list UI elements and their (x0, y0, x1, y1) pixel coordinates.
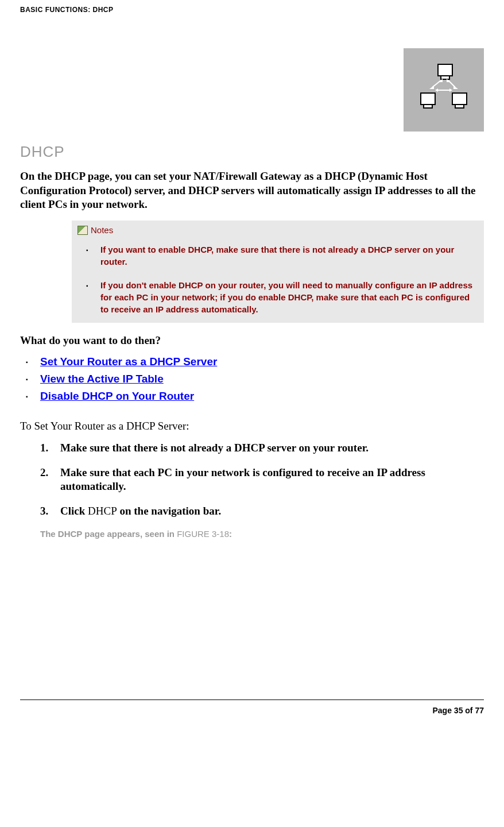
section-title: DHCP (20, 143, 484, 161)
network-diagram-image (404, 48, 484, 132)
network-icon (415, 61, 472, 119)
page-footer: Page 35 of 77 (20, 700, 484, 715)
svg-marker-14 (449, 88, 452, 92)
svg-rect-3 (424, 105, 432, 108)
step-item: Click DHCP on the navigation bar. (40, 504, 484, 519)
note-item: If you want to enable DHCP, make sure th… (86, 244, 475, 268)
question-text: What do you want to do then? (20, 334, 484, 347)
svg-rect-2 (421, 93, 435, 105)
link-disable-dhcp[interactable]: Disable DHCP on Your Router (40, 390, 194, 402)
step-item: Make sure that there is not already a DH… (40, 441, 484, 455)
notes-icon (77, 226, 88, 235)
svg-rect-4 (452, 93, 467, 105)
intro-paragraph: On the DHCP page, you can set your NAT/F… (20, 169, 484, 212)
link-set-dhcp-server[interactable]: Set Your Router as a DHCP Server (40, 355, 217, 368)
svg-rect-5 (455, 105, 464, 108)
list-item: Disable DHCP on Your Router (20, 390, 484, 403)
svg-rect-0 (438, 64, 452, 76)
svg-marker-13 (435, 88, 438, 92)
link-view-ip-table[interactable]: View the Active IP Table (40, 373, 164, 385)
list-item: View the Active IP Table (20, 373, 484, 385)
list-item: Set Your Router as a DHCP Server (20, 355, 484, 368)
notes-box: Notes If you want to enable DHCP, make s… (72, 221, 484, 323)
notes-label: Notes (91, 225, 113, 235)
breadcrumb: BASIC FUNCTIONS: DHCP (20, 6, 484, 14)
figure-note: The DHCP page appears, seen in FIGURE 3-… (40, 529, 484, 539)
note-item: If you don't enable DHCP on your router,… (86, 279, 475, 315)
subsection-title: To Set Your Router as a DHCP Server: (20, 420, 484, 432)
step-item: Make sure that each PC in your network i… (40, 466, 484, 494)
svg-rect-1 (441, 76, 449, 79)
